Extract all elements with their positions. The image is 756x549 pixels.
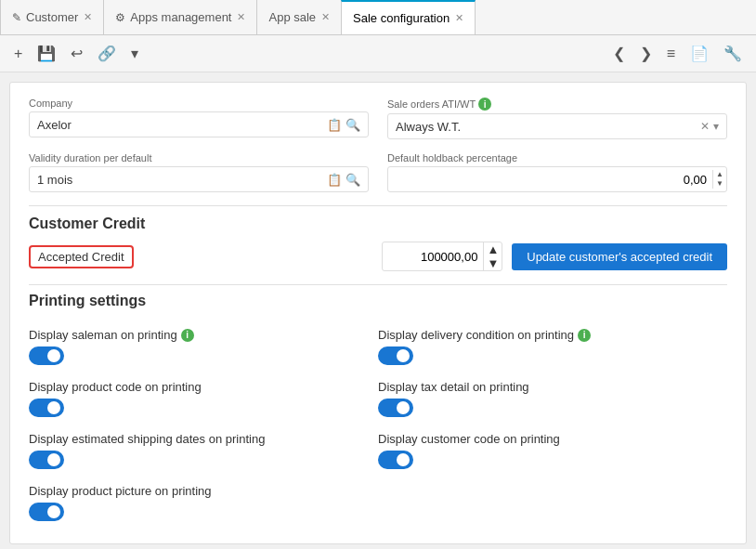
link-button[interactable]: 🔗 — [93, 43, 121, 64]
accepted-credit-number-field: ▲ ▼ — [382, 242, 502, 271]
product-code-toggle[interactable] — [29, 399, 64, 417]
company-field: Company Axelor 📋 🔍 — [29, 98, 369, 139]
doc-button[interactable]: 📄 — [685, 43, 713, 64]
validity-value-box: 1 mois 📋 🔍 — [29, 166, 369, 192]
divider-1 — [29, 205, 727, 206]
save-button[interactable]: 💾 — [33, 43, 60, 64]
tab-customer[interactable]: ✎ Customer ✕ — [0, 0, 104, 34]
customer-code-toggle[interactable] — [378, 451, 413, 469]
company-value-text: Axelor — [37, 118, 72, 132]
tax-detail-label: Display tax detail on printing — [378, 380, 727, 394]
toolbar: + 💾 ↩ 🔗 ▾ ❮ ❯ ≡ 📄 🔧 — [0, 35, 756, 72]
saleman-label: Display saleman on printing i — [29, 328, 378, 342]
accepted-credit-label: Accepted Credit — [29, 245, 134, 268]
nav-next-button[interactable]: ❯ — [635, 43, 657, 64]
validity-field: Validity duration per default 1 mois 📋 🔍 — [29, 152, 369, 192]
printing-item-customer-code: Display customer code on printing — [378, 425, 727, 477]
company-search-icon[interactable]: 🔍 — [345, 118, 360, 132]
apps-tab-icon: ⚙ — [115, 11, 125, 24]
tab-sale-configuration[interactable]: Sale configuration ✕ — [341, 0, 476, 34]
validity-value-text: 1 mois — [37, 173, 72, 187]
tab-bar: ✎ Customer ✕ ⚙ Apps management ✕ App sal… — [0, 0, 756, 35]
holdback-spinners: ▲ ▼ — [712, 170, 726, 188]
settings-button[interactable]: 🔧 — [719, 43, 747, 64]
printing-item-delivery: Display delivery condition on printing i — [378, 320, 727, 373]
accepted-credit-up-icon[interactable]: ▲ — [487, 242, 499, 256]
accepted-credit-input[interactable] — [383, 246, 483, 268]
sale-orders-controls: ✕ ▾ — [700, 120, 719, 133]
shipping-dates-toggle-slider — [29, 451, 64, 469]
shipping-dates-label: Display estimated shipping dates on prin… — [29, 432, 378, 446]
list-button[interactable]: ≡ — [662, 44, 680, 64]
accepted-credit-row: Accepted Credit ▲ ▼ Update customer's ac… — [29, 242, 727, 271]
sale-orders-dropdown-icon[interactable]: ▾ — [713, 120, 719, 133]
printing-item-empty — [378, 477, 727, 529]
holdback-label: Default holdback percentage — [387, 152, 727, 163]
validity-copy-icon[interactable]: 📋 — [327, 173, 342, 187]
saleman-info-icon: i — [181, 329, 194, 342]
sale-orders-info-icon: i — [478, 98, 491, 111]
holdback-up-icon[interactable]: ▲ — [716, 170, 723, 179]
sale-orders-clear-icon[interactable]: ✕ — [700, 120, 710, 133]
shipping-dates-toggle[interactable] — [29, 451, 64, 469]
divider-2 — [29, 284, 727, 285]
toolbar-right: ❮ ❯ ≡ 📄 🔧 — [608, 43, 747, 64]
delivery-info-icon: i — [578, 329, 591, 342]
toolbar-left: + 💾 ↩ 🔗 ▾ — [9, 43, 143, 64]
tab-app-sale[interactable]: App sale ✕ — [256, 0, 342, 34]
printing-item-shipping-dates: Display estimated shipping dates on prin… — [29, 425, 378, 477]
printing-item-saleman: Display saleman on printing i — [29, 320, 378, 373]
sale-orders-label: Sale orders ATI/WT i — [387, 98, 727, 111]
tax-detail-toggle[interactable] — [378, 399, 413, 417]
dropdown-button[interactable]: ▾ — [126, 43, 143, 64]
customer-code-toggle-slider — [378, 451, 413, 469]
form-row-company: Company Axelor 📋 🔍 Sale orders ATI/WT i … — [29, 98, 727, 139]
sale-orders-select[interactable]: Always W.T. ✕ ▾ — [387, 113, 727, 139]
company-copy-icon[interactable]: 📋 — [327, 118, 342, 132]
product-code-toggle-slider — [29, 399, 64, 417]
tab-apps-management-close[interactable]: ✕ — [237, 11, 245, 23]
company-field-icons: 📋 🔍 — [327, 118, 360, 132]
printing-section: Printing settings Display saleman on pri… — [29, 293, 727, 529]
undo-button[interactable]: ↩ — [66, 43, 87, 64]
holdback-input[interactable] — [388, 169, 712, 190]
update-credit-button[interactable]: Update customer's accepted credit — [512, 243, 727, 270]
tab-sale-configuration-label: Sale configuration — [353, 11, 450, 25]
main-content: Company Axelor 📋 🔍 Sale orders ATI/WT i … — [9, 82, 747, 544]
holdback-down-icon[interactable]: ▼ — [716, 179, 723, 189]
accepted-credit-spinners: ▲ ▼ — [483, 242, 502, 270]
tab-sale-configuration-close[interactable]: ✕ — [455, 12, 463, 24]
sale-orders-field: Sale orders ATI/WT i Always W.T. ✕ ▾ — [387, 98, 727, 139]
company-value-box: Axelor 📋 🔍 — [29, 111, 369, 137]
company-label: Company — [29, 98, 369, 109]
holdback-field: Default holdback percentage ▲ ▼ — [387, 152, 727, 192]
validity-label: Validity duration per default — [29, 152, 369, 163]
product-picture-toggle-slider — [29, 503, 64, 521]
saleman-toggle-slider — [29, 346, 64, 365]
nav-prev-button[interactable]: ❮ — [608, 43, 630, 64]
delivery-label: Display delivery condition on printing i — [378, 328, 727, 342]
delivery-toggle[interactable] — [378, 346, 413, 365]
customer-code-label: Display customer code on printing — [378, 432, 727, 446]
customer-credit-title: Customer Credit — [29, 216, 727, 232]
printing-item-product-code: Display product code on printing — [29, 373, 378, 425]
printing-item-tax-detail: Display tax detail on printing — [378, 373, 727, 425]
tab-apps-management[interactable]: ⚙ Apps management ✕ — [103, 0, 257, 34]
customer-tab-icon: ✎ — [12, 11, 21, 24]
tab-app-sale-label: App sale — [268, 10, 316, 24]
validity-field-icons: 📋 🔍 — [327, 173, 360, 187]
tab-app-sale-close[interactable]: ✕ — [321, 11, 330, 23]
holdback-number-field: ▲ ▼ — [387, 166, 727, 192]
accepted-credit-down-icon[interactable]: ▼ — [487, 256, 499, 270]
printing-item-product-picture: Display product picture on printing — [29, 477, 378, 529]
tab-customer-close[interactable]: ✕ — [84, 11, 92, 23]
add-button[interactable]: + — [9, 44, 27, 64]
validity-search-icon[interactable]: 🔍 — [345, 173, 360, 187]
tab-apps-management-label: Apps management — [130, 10, 231, 24]
product-picture-label: Display product picture on printing — [29, 484, 378, 498]
tab-customer-label: Customer — [26, 10, 78, 24]
product-picture-toggle[interactable] — [29, 503, 64, 521]
form-row-validity: Validity duration per default 1 mois 📋 🔍… — [29, 152, 727, 192]
saleman-toggle[interactable] — [29, 346, 64, 365]
product-code-label: Display product code on printing — [29, 380, 378, 394]
